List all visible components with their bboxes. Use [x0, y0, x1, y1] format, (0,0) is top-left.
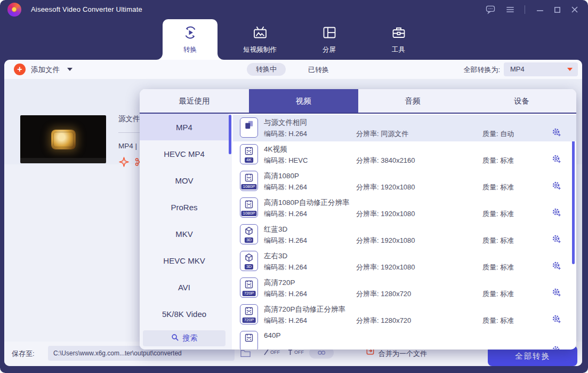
profile-row[interactable]: 3D左右3D编码器: H.264分辨率: 1920x1080质量: 标准	[233, 248, 576, 275]
tab-flare	[156, 53, 163, 60]
profile-settings-gear-icon[interactable]	[552, 154, 561, 164]
output-format-select[interactable]: MP4	[504, 62, 578, 76]
sidebar-item-mp4[interactable]: MP4	[140, 114, 229, 140]
profile-settings-gear-icon[interactable]	[552, 261, 561, 271]
add-files-caret-icon[interactable]	[67, 68, 73, 71]
film-format-icon: 720P	[240, 304, 258, 324]
close-button[interactable]	[568, 4, 581, 15]
profile-title: 高清1080P	[264, 171, 299, 181]
add-files-plus-icon[interactable]: +	[14, 64, 26, 75]
profile-quality: 质量: 标准	[482, 289, 514, 299]
sidebar-item-label: MOV	[175, 176, 193, 185]
sidebar-item-5k-8k-video[interactable]: 5K/8K Video	[140, 300, 229, 327]
audio-off-toggle[interactable]: OFF	[287, 349, 304, 355]
profile-row[interactable]: 与源文件相同编码器: H.264分辨率: 同源文件质量: 自动	[233, 115, 576, 141]
profile-title: 4K视频	[264, 145, 287, 154]
profile-resolution: 分辨率: 1920x1080	[356, 236, 415, 245]
convert-all-to-label: 全部转换为:	[455, 65, 500, 75]
sidebar-scrollbar-thumb[interactable]	[229, 115, 231, 154]
toolbar: + 添加文件 转换中 已转换 全部转换为: MP4	[4, 60, 582, 79]
tab-audio[interactable]: 音频	[358, 89, 468, 113]
add-files-button[interactable]: 添加文件	[31, 65, 60, 75]
tab-toolbox[interactable]: 工具	[378, 19, 418, 60]
format-badge: 1080P	[241, 184, 256, 189]
sidebar-item-mov[interactable]: MOV	[140, 167, 229, 194]
sidebar-item-hevc-mkv[interactable]: HEVC MKV	[140, 247, 229, 274]
profile-settings-gear-icon[interactable]	[552, 345, 561, 350]
sidebar-item-label: HEVC MKV	[163, 256, 205, 265]
tab-video[interactable]: 视频	[249, 89, 358, 113]
feedback-chat-icon[interactable]	[484, 4, 497, 15]
menu-icon[interactable]	[504, 4, 517, 15]
profile-encoder: 编码器: H.264	[264, 316, 307, 326]
sidebar-item-prores[interactable]: ProRes	[140, 194, 229, 220]
profile-encoder: 编码器: H.264	[264, 289, 307, 299]
profile-title: 与源文件相同	[264, 118, 307, 128]
profile-settings-gear-icon[interactable]	[552, 128, 561, 137]
sidebar-item-label: MKV	[175, 229, 193, 239]
split-screen-icon	[322, 25, 337, 42]
search-label: 搜索	[183, 334, 198, 343]
profile-row[interactable]: 640P	[233, 328, 576, 350]
minimize-button[interactable]	[534, 4, 546, 15]
format-badge: 3D	[245, 264, 253, 269]
subtitle-off-toggle[interactable]: OFF	[263, 349, 280, 355]
sidebar-item-mkv[interactable]: MKV	[140, 220, 229, 247]
tab-converting[interactable]: 转换中	[247, 63, 286, 76]
tab-split-screen[interactable]: 分屏	[309, 19, 349, 60]
tab-device[interactable]: 设备	[467, 89, 576, 113]
tab-short-video-maker[interactable]: 短视频制作	[227, 19, 293, 60]
profile-resolution: 分辨率: 1920x1080	[356, 209, 415, 219]
profile-resolution: 分辨率: 3840x2160	[356, 156, 415, 165]
film-format-icon: 1080P	[240, 197, 258, 218]
tab-convert[interactable]: 转换	[163, 19, 218, 60]
profile-settings-gear-icon[interactable]	[552, 234, 561, 244]
format-badge: 1080P	[241, 211, 256, 216]
profile-row[interactable]: 1080P高清1080P自动修正分辨率编码器: H.264分辨率: 1920x1…	[233, 195, 576, 221]
sidebar-item-hevc-mp4[interactable]: HEVC MP4	[140, 140, 229, 167]
subtitle-off-label: OFF	[270, 350, 280, 355]
app-window: Aiseesoft Video Converter Ultimate	[0, 0, 588, 373]
tab-recently-used[interactable]: 最近使用	[140, 89, 249, 113]
app-logo-icon	[7, 3, 21, 17]
converting-label: 转换中	[256, 65, 277, 74]
profile-row[interactable]: 1080P高清1080P编码器: H.264分辨率: 1920x1080质量: …	[233, 168, 576, 195]
format-sidebar: MP4HEVC MP4MOVProResMKVHEVC MKVAVI5K/8K …	[140, 114, 232, 350]
tab-convert-label: 转换	[183, 45, 197, 54]
save-to-label: 保存至:	[12, 349, 35, 359]
source-format-text: MP4 |	[118, 142, 137, 150]
profile-quality: 质量: 标准	[482, 182, 514, 192]
film-format-icon: 1080P	[240, 171, 258, 191]
format-panel-body: MP4HEVC MP4MOVProResMKVHEVC MKVAVI5K/8K …	[140, 114, 576, 350]
profile-row[interactable]: 4K4K视频编码器: HEVC分辨率: 3840x2160质量: 标准	[233, 141, 576, 168]
cube-3d-icon: 3D	[240, 224, 258, 244]
sidebar-item-label: AVI	[178, 283, 190, 292]
profile-title: 640P	[264, 331, 281, 339]
search-button[interactable]: 搜索	[143, 330, 225, 346]
maximize-button[interactable]	[551, 4, 563, 15]
profile-settings-gear-icon[interactable]	[552, 181, 561, 191]
format-badge: 3D	[245, 237, 253, 243]
profile-row[interactable]: 720P高清720P编码器: H.264分辨率: 1280x720质量: 标准	[233, 275, 576, 301]
video-thumbnail[interactable]	[20, 115, 106, 163]
profile-row[interactable]: 3D红蓝3D编码器: H.264分辨率: 1920x1080质量: 标准	[233, 221, 576, 248]
merge-files-label[interactable]: 合并为一个文件	[378, 349, 427, 359]
film-format-icon: 4K	[240, 144, 258, 164]
profile-settings-gear-icon[interactable]	[552, 314, 561, 324]
profile-encoder: 编码器: H.264	[264, 263, 307, 272]
effects-star-icon[interactable]	[119, 157, 129, 169]
profile-settings-gear-icon[interactable]	[552, 288, 561, 297]
audio-off-label: OFF	[294, 350, 304, 355]
sidebar-item-label: HEVC MP4	[164, 149, 205, 158]
profile-title: 红蓝3D	[264, 225, 287, 234]
tab-converted[interactable]: 已转换	[308, 65, 329, 75]
profile-row[interactable]: 720P高清720P自动修正分辨率编码器: H.264分辨率: 1280x720…	[233, 301, 576, 328]
format-caret-icon	[567, 68, 573, 71]
sidebar-item-avi[interactable]: AVI	[140, 274, 229, 300]
format-badge: 720P	[243, 291, 256, 296]
profile-encoder: 编码器: H.264	[264, 182, 307, 192]
profile-title: 左右3D	[264, 251, 287, 261]
tv-media-icon	[253, 25, 268, 42]
profile-settings-gear-icon[interactable]	[552, 208, 561, 217]
profile-resolution: 分辨率: 1280x720	[356, 316, 411, 326]
